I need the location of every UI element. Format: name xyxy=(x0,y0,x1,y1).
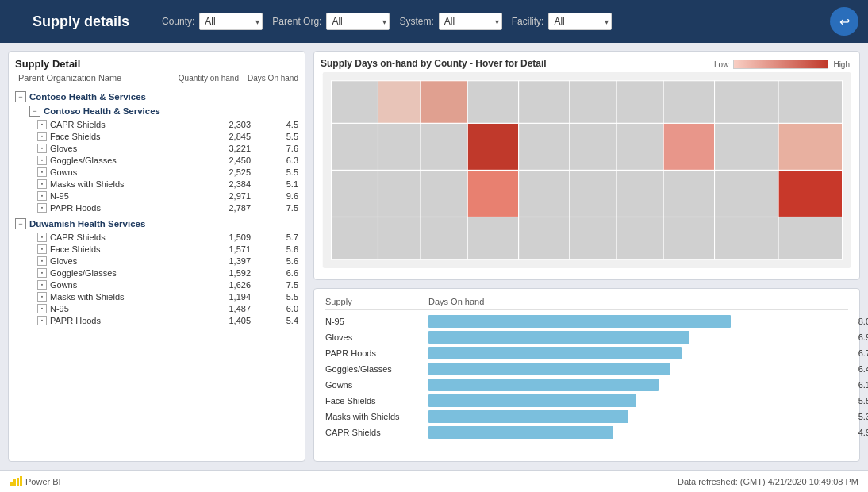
system-filter-wrapper[interactable]: All xyxy=(439,13,502,30)
county-filter-wrapper[interactable]: All xyxy=(199,13,263,30)
back-button[interactable]: ↩ xyxy=(830,7,858,36)
county-king-2[interactable] xyxy=(467,123,518,170)
map-legend: Low High xyxy=(714,60,850,69)
expand-icon-duwamish[interactable]: − xyxy=(15,218,26,229)
facility-label: Facility: xyxy=(512,16,544,27)
county-select[interactable]: All xyxy=(199,13,263,30)
county-asotin[interactable] xyxy=(778,170,843,217)
powerbi-logo: Power BI xyxy=(10,475,61,488)
bar-label: Masks with Shields xyxy=(325,412,428,421)
facility-filter-wrapper[interactable]: All xyxy=(548,13,612,30)
item-days: 6.6 xyxy=(251,268,298,278)
parent-org-filter-group: Parent Org: All xyxy=(272,13,390,30)
bar-value: 5.5 xyxy=(858,394,868,407)
header: Supply details County: All Parent Org: A… xyxy=(0,0,868,43)
item-name: N-95 xyxy=(50,191,203,201)
item-name: Gloves xyxy=(50,256,203,266)
county-walla[interactable] xyxy=(663,170,714,217)
county-lincoln[interactable] xyxy=(663,123,714,170)
item-days: 7.6 xyxy=(251,144,298,153)
item-name: Goggles/Glasses xyxy=(50,268,203,278)
county-douglas[interactable] xyxy=(570,123,616,170)
item-qty: 1,509 xyxy=(203,233,251,242)
county-whatcom[interactable] xyxy=(616,81,663,124)
expand-icon-contoso-sub[interactable]: − xyxy=(29,106,40,117)
county-pend[interactable] xyxy=(715,123,779,170)
system-select[interactable]: All xyxy=(439,13,502,30)
item-name: PAPR Hoods xyxy=(50,203,203,213)
item-row: ▪ N-95 2,971 9.6 xyxy=(15,190,298,202)
county-asotin2[interactable] xyxy=(778,217,843,259)
county-franklin[interactable] xyxy=(616,170,663,217)
county-thurston[interactable] xyxy=(421,170,467,217)
county-jefferson[interactable] xyxy=(378,81,421,124)
svg-rect-4 xyxy=(20,476,22,486)
bar-fill xyxy=(428,379,659,391)
bar-row: Face Shields5.5 xyxy=(325,394,848,407)
item-name: N-95 xyxy=(50,304,203,313)
item-row: ▪ Masks with Shields 2,384 5.1 xyxy=(15,178,298,190)
expand-icon-contoso[interactable]: − xyxy=(15,91,26,102)
bar-container: 5.5 xyxy=(428,394,848,407)
county-walla2[interactable] xyxy=(663,217,714,259)
county-kitsap[interactable] xyxy=(421,81,467,124)
county-chelan[interactable] xyxy=(519,123,570,170)
facility-select[interactable]: All xyxy=(548,13,612,30)
bar-value: 8.0 xyxy=(858,315,868,328)
county-snohomish[interactable] xyxy=(519,81,570,124)
county-skagit[interactable] xyxy=(570,81,616,124)
county-skamania[interactable] xyxy=(467,217,518,259)
county-king[interactable] xyxy=(467,81,518,124)
item-row: ▪ Face Shields 2,845 5.5 xyxy=(15,130,298,142)
item-icon: ▪ xyxy=(37,256,47,266)
item-name: Gowns xyxy=(50,167,203,177)
county-okanogan[interactable] xyxy=(663,81,714,124)
county-wahkiakum[interactable] xyxy=(331,217,378,259)
col-name-header: Parent Organization Name xyxy=(15,73,175,83)
county-yakima[interactable] xyxy=(467,170,518,217)
item-name: Masks with Shields xyxy=(50,292,203,302)
county-columbia[interactable] xyxy=(616,217,663,259)
bar-row: PAPR Hoods6.7 xyxy=(325,347,848,359)
county-grays-harbor[interactable] xyxy=(331,123,378,170)
county-klickitat[interactable] xyxy=(519,217,570,259)
legend-bar xyxy=(733,60,828,69)
county-mason[interactable] xyxy=(378,123,421,170)
county-lewis[interactable] xyxy=(378,170,421,217)
county-benton[interactable] xyxy=(570,217,616,259)
county-pierce[interactable] xyxy=(421,123,467,170)
county-stevens[interactable] xyxy=(778,81,843,124)
county-filter-group: County: All xyxy=(162,13,263,30)
item-row: ▪ CAPR Shields 1,509 5.7 xyxy=(15,231,298,243)
svg-rect-3 xyxy=(17,478,19,486)
bar-value: 6.1 xyxy=(858,379,868,391)
item-days: 5.5 xyxy=(251,292,298,302)
county-garfield[interactable] xyxy=(715,170,779,217)
county-pacific[interactable] xyxy=(331,170,378,217)
county-adams[interactable] xyxy=(570,170,616,217)
item-row: ▪ CAPR Shields 2,303 4.5 xyxy=(15,118,298,130)
parent-org-select[interactable]: All xyxy=(326,13,390,30)
county-ferry[interactable] xyxy=(715,81,779,124)
item-row: ▪ Gloves 3,221 7.6 xyxy=(15,142,298,154)
item-icon: ▪ xyxy=(37,268,47,278)
county-garfield2[interactable] xyxy=(715,217,779,259)
county-grant[interactable] xyxy=(616,123,663,170)
parent-org-filter-wrapper[interactable]: All xyxy=(326,13,390,30)
col-qty-header: Quantity on hand xyxy=(175,74,239,83)
item-name: PAPR Hoods xyxy=(50,316,203,325)
county-clallam[interactable] xyxy=(331,81,378,124)
bar-row: N-958.0 xyxy=(325,315,848,328)
item-name: CAPR Shields xyxy=(50,120,203,129)
item-qty: 1,571 xyxy=(203,244,251,254)
county-cowlitz[interactable] xyxy=(378,217,421,259)
county-clark[interactable] xyxy=(421,217,467,259)
item-icon: ▪ xyxy=(37,144,47,153)
county-spokane[interactable] xyxy=(778,123,843,170)
item-qty: 2,450 xyxy=(203,156,251,165)
item-icon: ▪ xyxy=(37,156,47,165)
item-row: ▪ PAPR Hoods 1,405 5.4 xyxy=(15,314,298,326)
item-days: 5.4 xyxy=(251,316,298,325)
table-header: Parent Organization Name Quantity on han… xyxy=(15,73,298,86)
county-kittitas[interactable] xyxy=(519,170,570,217)
